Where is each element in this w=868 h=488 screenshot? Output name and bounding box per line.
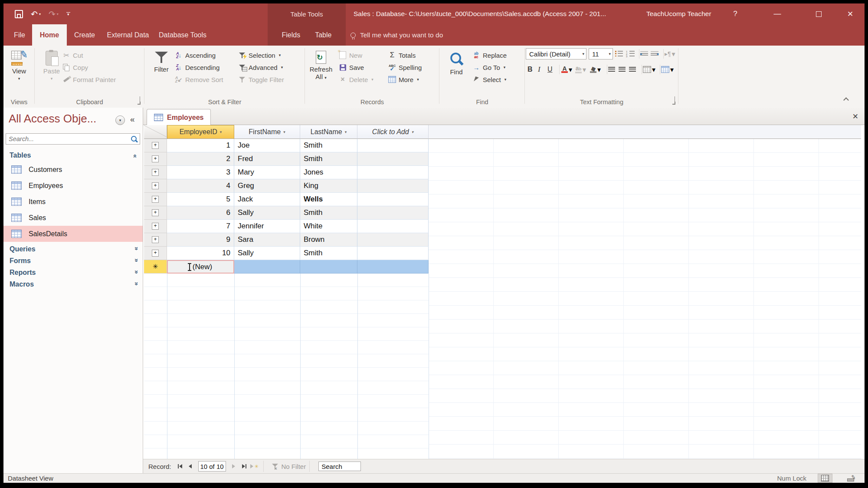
nav-section-tables[interactable]: Tables « (3, 149, 143, 162)
cell-first-name[interactable]: Sara (234, 233, 300, 247)
close-button[interactable]: ✕ (841, 3, 860, 24)
last-record-button[interactable] (239, 462, 249, 471)
nav-section-header[interactable]: Queries « (3, 243, 143, 255)
cell-first-name[interactable]: Sally (234, 206, 300, 220)
align-center-button[interactable] (619, 64, 626, 75)
row-selector[interactable]: + (144, 247, 167, 260)
expand-section-icon[interactable]: « (131, 271, 139, 274)
tab-table[interactable]: Table (315, 24, 331, 46)
expand-row-icon[interactable]: + (152, 196, 159, 203)
cell-click-to-add[interactable] (357, 206, 429, 220)
more-button[interactable]: More▾ (388, 74, 419, 85)
descending-button[interactable]: ZA↓ Descending (175, 62, 219, 73)
filter-dropdown-icon[interactable]: ▾ (412, 130, 414, 134)
new-blank-record-button[interactable]: ✳ (249, 462, 260, 471)
row-selector[interactable]: + (144, 152, 167, 166)
current-record-box[interactable]: 10 of 10 (198, 461, 226, 472)
advanced-button[interactable]: Advanced▾ (238, 62, 283, 73)
cell-last-name[interactable]: Smith (300, 206, 357, 220)
align-right-button[interactable] (629, 64, 636, 75)
help-button[interactable]: ? (726, 3, 745, 24)
row-selector[interactable]: + (144, 220, 167, 233)
cell-first-name[interactable]: Sally (234, 247, 300, 260)
nav-table-item[interactable]: Customers (3, 162, 143, 178)
collapse-section-icon[interactable]: « (131, 154, 139, 157)
select-all-corner[interactable] (144, 125, 167, 139)
font-size-dropdown-icon[interactable]: ▾ (606, 52, 611, 56)
cell-employee-id[interactable]: 7 (167, 220, 234, 233)
cell-employee-id[interactable]: 9 (167, 233, 234, 247)
save-record-button[interactable]: Save (339, 62, 364, 73)
cell-last-name[interactable]: Jones (300, 166, 357, 179)
cell-click-to-add[interactable] (357, 152, 429, 166)
save-button[interactable] (15, 10, 23, 18)
row-selector[interactable]: + (144, 233, 167, 247)
tab-external-data[interactable]: External Data (102, 24, 154, 46)
cell-last-name[interactable]: Smith (300, 247, 357, 260)
alt-row-dropdown-icon[interactable]: ▾ (670, 66, 674, 74)
cell-first-name[interactable]: Joe (234, 139, 300, 152)
gridlines-button[interactable]: ▾ (643, 64, 655, 75)
spelling-button[interactable]: ABC✓ Spelling (388, 62, 422, 73)
row-selector[interactable]: + (144, 139, 167, 152)
new-record-first-name-cell[interactable] (234, 260, 300, 274)
goto-button[interactable]: → Go To▾ (472, 62, 505, 73)
decrease-indent-button[interactable]: ▸ (640, 48, 648, 59)
alternate-row-color-button[interactable]: ▾ (661, 64, 674, 75)
gridlines-dropdown-icon[interactable]: ▾ (652, 66, 655, 74)
nav-section-header[interactable]: Forms « (3, 255, 143, 267)
customize-qat-button[interactable]: ▾ (66, 12, 70, 16)
tab-home[interactable]: Home (32, 24, 67, 46)
font-color-dropdown-icon[interactable]: ▾ (569, 66, 572, 74)
tab-fields[interactable]: Fields (282, 24, 301, 46)
column-header-employee-id[interactable]: EmployeeID▾ (167, 125, 234, 139)
find-button[interactable]: Find (444, 47, 469, 96)
cell-last-name[interactable]: King (300, 179, 357, 193)
shutter-bar-close-button[interactable]: « (130, 115, 135, 124)
nav-pane-title[interactable]: All Access Obje... (9, 112, 96, 125)
cell-first-name[interactable]: Greg (234, 179, 300, 193)
column-header-first-name[interactable]: FirstName▾ (234, 125, 300, 139)
cell-employee-id[interactable]: 2 (167, 152, 234, 166)
align-left-button[interactable] (608, 64, 615, 75)
bold-button[interactable]: B (527, 64, 533, 75)
cell-employee-id[interactable]: 1 (167, 139, 234, 152)
fill-color-dropdown-icon[interactable]: ▾ (597, 66, 601, 74)
cell-first-name[interactable]: Fred (234, 152, 300, 166)
nav-table-item[interactable]: Employees (3, 178, 143, 194)
text-formatting-dialog-launcher[interactable] (675, 97, 675, 105)
tab-database-tools[interactable]: Database Tools (155, 24, 210, 46)
restore-button[interactable] (809, 3, 828, 24)
expand-row-icon[interactable]: + (152, 250, 159, 257)
expand-section-icon[interactable]: « (131, 259, 139, 262)
cell-last-name[interactable]: Brown (300, 233, 357, 247)
expand-row-icon[interactable]: + (152, 182, 159, 189)
expand-row-icon[interactable]: + (152, 155, 159, 162)
cell-first-name[interactable]: Jennifer (234, 220, 300, 233)
nav-table-item[interactable]: SalesDetails (3, 226, 143, 242)
increase-indent-button[interactable]: ◂ (651, 48, 658, 59)
column-header-last-name[interactable]: LastName▾ (300, 125, 357, 139)
select-button[interactable]: Select▾ (472, 74, 506, 85)
font-size-combo[interactable]: 11 ▾ (589, 48, 613, 59)
cell-click-to-add[interactable] (357, 193, 429, 206)
row-selector[interactable]: + (144, 166, 167, 179)
record-search-input[interactable] (318, 462, 361, 471)
view-button[interactable]: ✎ View ▾ (7, 47, 32, 96)
tell-me-box[interactable]: Tell me what you want to do (350, 24, 443, 46)
cell-click-to-add[interactable] (357, 139, 429, 152)
tab-create[interactable]: Create (69, 24, 101, 46)
cell-employee-id[interactable]: 5 (167, 193, 234, 206)
ascending-button[interactable]: AZ↓ Ascending (175, 50, 216, 60)
design-view-button[interactable]: ✎ (844, 474, 858, 483)
cell-click-to-add[interactable] (357, 166, 429, 179)
collapse-ribbon-button[interactable] (844, 96, 848, 104)
selection-button[interactable]: Selection▾ (238, 50, 281, 60)
expand-row-icon[interactable]: + (152, 169, 159, 176)
cell-last-name[interactable]: White (300, 220, 357, 233)
close-object-icon[interactable]: ✕ (852, 112, 858, 121)
font-name-dropdown-icon[interactable]: ▾ (580, 52, 584, 56)
background-color-button[interactable]: ◆ ▾ (590, 64, 601, 75)
previous-record-button[interactable] (185, 462, 196, 471)
font-name-combo[interactable]: Calibri (Detail) ▾ (526, 48, 586, 59)
